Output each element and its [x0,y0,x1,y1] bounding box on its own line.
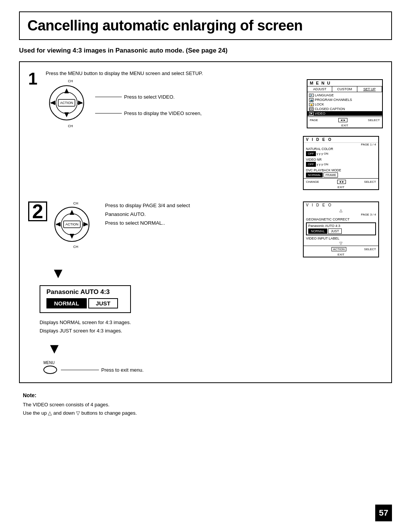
exit-text: Press to exit menu. [101,367,143,373]
exit-horizontal-line [61,370,99,370]
video-screen2: V I D E O △ PAGE 3 / 4 GEOMAGNETIC CORRE… [303,201,379,257]
menu-oval-button [43,366,57,374]
natural-color-item: NATURAL COLOR OFF y y y ON [304,146,378,157]
note-section: Note: The VIDEO screen consists of 4 pag… [19,392,392,417]
video-title2: V I D E O [304,202,378,208]
dvc-normal-btn: NORMAL [306,173,323,177]
svg-text:ACTION: ACTION [65,222,78,226]
menu-exit: EXIT [307,123,382,128]
natural-on-text: y y y ON [317,152,328,155]
cc-icon: CC [309,107,314,111]
svg-marker-5 [64,112,69,117]
step2-number: 2 [28,201,47,221]
action-box: ◄► [338,118,347,122]
svg-marker-14 [70,210,74,215]
display-line1: Displays NORMAL screen for 4:3 images. [40,318,383,327]
menu-item-closed-caption: CC CLOSED CAPTION [307,107,382,111]
step1-row: 1 Press the MENU button to display the M… [28,70,383,190]
normal-just-options: NORMAL JUST [308,228,374,234]
dvc-frame-btn: FRAME [323,173,338,177]
display-line2: Displays JUST screen for 4:3 images. [40,327,383,335]
exit-line: Press to exit menu. [61,367,143,373]
video-nav2: ACTION SELECT [304,246,378,252]
menu-title: M E N U [307,80,382,86]
language-icon: 🔊 [309,94,314,97]
ch-bottom-label: CH [46,124,95,128]
menu-exit-section: MENU Press to exit menu. [43,361,383,374]
normal-button: NORMAL [46,298,87,308]
panasonic-auto-label: Panasonic AUTO 4:3 [308,224,374,228]
geo-item: GEOMAGNETIC CORRECT [304,217,378,222]
just-btn: JUST [328,228,341,234]
svg-marker-15 [70,234,74,239]
content-box: 1 Press the MENU button to display the M… [19,61,392,383]
ch-top-label: CH [46,79,95,83]
page-number: 57 [375,505,392,521]
step2-ch-top: CH [51,201,100,205]
down-arrow-2: ▼ [47,340,383,357]
panasonic-auto-row: Panasonic AUTO 4:3 NORMAL JUST [306,222,376,235]
panasonic-buttons: NORMAL JUST [46,298,124,308]
video-exit2: EXIT [304,252,378,257]
step2-row: 2 CH ACTION [28,201,383,257]
menu-screen: M E N U ADJUST CUSTOM SET UP 🔊 LANGUAGE [307,79,383,128]
just-button: JUST [88,298,118,308]
menu-items-list: 🔊 LANGUAGE 📺 PROGRAM CHANNELS 🔒 LOCK [307,92,382,117]
video-action-box2: ACTION [331,247,346,251]
down-arrow-screen: ▽ [304,241,378,246]
remote-diagram: ACTION VOL [46,84,88,122]
svg-marker-4 [64,88,69,93]
svg-text:ACTION: ACTION [60,101,73,105]
step1-instruction: Press the MENU button to display the MEN… [46,70,383,76]
menu-item-language: 🔊 LANGUAGE [307,93,382,97]
nr-off-btn: OFF [306,162,316,167]
lock-icon: 🔒 [309,103,314,106]
step2-ch-bottom: CH [51,245,100,249]
menu-item-lock: 🔒 LOCK [307,102,382,107]
callout-line-1: Press to select VIDEO. [95,94,202,100]
nav-arrows: ◄► [338,118,347,122]
svg-text:VOL: VOL [82,223,89,226]
note-line2: Use the up △ and down ▽ buttons to chang… [23,409,388,417]
tab-setup: SET UP [357,86,382,92]
step1-number: 1 [28,70,46,87]
svg-text:VOL: VOL [77,101,83,105]
video-icon: ▶ [309,112,314,115]
video-action-box1: ◄► [337,180,346,184]
video-page1: PAGE 1 / 4 [304,142,378,146]
menu-exit-label: MENU [43,361,383,365]
dvc-item: DVC PLAYBACK MODE NORMAL FRAME [304,168,378,178]
menu-item-program-channels: 📺 PROGRAM CHANNELS [307,97,382,102]
video-nr-item: VIDEO NR OFF y y y ON [304,157,378,168]
tab-custom: CUSTOM [332,86,357,92]
video-nav-arrows1: ◄► [337,180,346,184]
page-wrapper: Cancelling automatic enlarging of screen… [0,0,411,532]
menu-nav: PAGE ◄► SELECT [307,117,382,123]
video-screen1: V I D E O PAGE 1 / 4 NATURAL COLOR OFF y… [303,136,379,190]
video-input-label-item: VIDEO INPUT LABEL [304,236,378,241]
menu-item-video: ▶ VIDEO [307,111,382,116]
note-title: Note: [23,392,388,398]
display-lines: Displays NORMAL screen for 4:3 images. D… [40,318,383,335]
svg-text:VOL: VOL [50,101,57,105]
natural-off-btn: OFF [306,151,316,156]
remote-diagram-2: ACTION VOL VOL [51,205,93,243]
tab-adjust: ADJUST [307,86,332,92]
step2-text: Press to display PAGE 3/4 and select Pan… [105,201,204,228]
menu-tabs: ADJUST CUSTOM SET UP [307,86,382,92]
page-title: Cancelling automatic enlarging of screen [19,11,392,40]
panasonic-auto-box: Panasonic AUTO 4:3 NORMAL JUST [40,285,131,313]
video-page2: PAGE 3 / 4 [304,213,378,217]
video-nav1: CHANGE ◄► SELECT [304,178,378,185]
menu-button-row: Press to exit menu. [43,366,383,374]
svg-text:VOL: VOL [56,223,62,226]
video-title1: V I D E O [304,137,378,142]
page-subtitle: Used for viewing 4:3 images in Panasonic… [19,47,392,54]
nr-on-text: y y y ON [317,163,328,166]
video-exit1: EXIT [304,185,378,189]
normal-selected-btn: NORMAL [308,228,327,234]
callout-line-2: Press to display the VIDEO screen, [95,110,202,116]
down-arrow-1: ▼ [51,265,383,281]
program-channels-icon: 📺 [309,98,314,102]
up-arrow: △ [304,208,378,213]
